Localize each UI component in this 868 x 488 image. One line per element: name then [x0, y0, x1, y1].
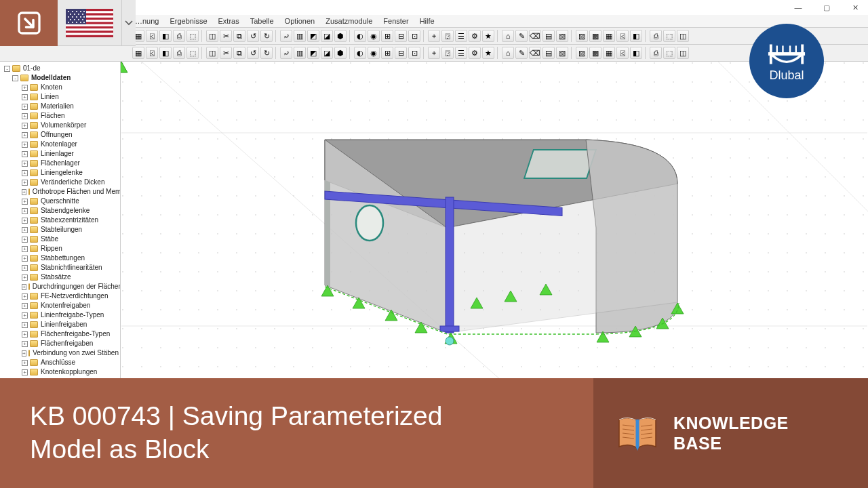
toolbar-button[interactable]: ◩ [307, 30, 319, 42]
toolbar-button[interactable]: ⬚ [663, 47, 675, 59]
tree-item[interactable]: Stabexzentrizitäten [41, 216, 98, 225]
toolbar-button[interactable]: ⍰ [441, 47, 454, 59]
tree-item[interactable]: Volumenkörper [41, 121, 86, 130]
toolbar-button[interactable]: ◧ [159, 47, 172, 59]
tree-item[interactable]: Orthotrope Flächen und Membr… [33, 187, 121, 197]
menu-item[interactable]: Fenster [380, 16, 411, 26]
toolbar-button[interactable]: ↻ [260, 30, 273, 42]
menu-item[interactable]: Zusatzmodule [323, 16, 375, 26]
toolbar-button[interactable]: ◐ [354, 30, 366, 42]
window-close-button[interactable]: ✕ [845, 1, 865, 14]
navigator-tree[interactable]: -01-de -Modelldaten +Knoten+Linien+Mater… [0, 62, 121, 380]
toolbar-button[interactable]: ★ [482, 30, 494, 42]
toolbar-button[interactable]: ▦ [132, 47, 144, 59]
tree-root[interactable]: 01-de [23, 64, 41, 73]
toolbar-button[interactable]: ⌫ [529, 47, 541, 59]
tree-item[interactable]: Liniengelenke [41, 168, 83, 178]
tree-item[interactable]: Knotenfreigaben [41, 301, 90, 310]
toolbar-button[interactable]: ⍰ [441, 30, 454, 42]
toolbar-button[interactable]: ⚙ [469, 47, 481, 59]
tree-item[interactable]: Veränderliche Dicken [41, 178, 105, 187]
toolbar-button[interactable]: ▥ [294, 47, 306, 59]
toolbar-button[interactable]: ◉ [368, 47, 380, 59]
toolbar-button[interactable]: ◪ [321, 30, 333, 42]
menu-item[interactable]: …nung [132, 16, 161, 26]
toolbar-button[interactable]: ▧ [556, 47, 568, 59]
toolbar-button[interactable]: ◧ [159, 30, 172, 42]
tree-item[interactable]: Linien [41, 92, 59, 102]
tree-item[interactable]: Querschnitte [41, 197, 79, 206]
toolbar-button[interactable]: ⊟ [395, 30, 407, 42]
toolbar-button[interactable]: ⍃ [146, 47, 158, 59]
toolbar-button[interactable]: ▦ [603, 30, 615, 42]
toolbar-button[interactable]: ⍃ [616, 30, 629, 42]
toolbar-button[interactable]: ⌫ [529, 30, 541, 42]
toolbar-button[interactable]: ⎙ [650, 47, 662, 59]
toolbar-button[interactable]: ◫ [677, 30, 689, 42]
tree-item[interactable]: Flächen [41, 111, 65, 121]
toolbar-button[interactable]: ◫ [677, 47, 689, 59]
tree-item[interactable]: Knoten [41, 83, 62, 92]
toolbar-button[interactable]: ⤾ [280, 47, 292, 59]
toolbar-button[interactable]: ◉ [368, 30, 380, 42]
toolbar-button[interactable]: ▥ [294, 30, 306, 42]
tree-item[interactable]: Rippen [41, 244, 62, 253]
toolbar-button[interactable]: ⌖ [428, 30, 440, 42]
toolbar-button[interactable]: ↻ [260, 47, 273, 59]
toolbar-button[interactable]: ⚙ [469, 30, 481, 42]
tree-item[interactable]: Flächenfreigaben [41, 339, 93, 348]
toolbar-button[interactable]: ⊟ [395, 47, 407, 59]
tree-item[interactable]: Linienfreigaben [41, 320, 87, 329]
tree-item[interactable]: Stabnichtlinearitäten [41, 263, 102, 272]
toolbar-button[interactable]: ⬚ [663, 30, 675, 42]
toolbar-button[interactable]: ⊞ [381, 47, 393, 59]
toolbar-button[interactable]: ⤾ [280, 30, 292, 42]
toolbar-button[interactable]: ◧ [630, 47, 642, 59]
window-minimize-button[interactable]: — [788, 1, 808, 14]
toolbar-button[interactable]: ⌖ [428, 47, 440, 59]
toolbar-button[interactable]: ▩ [589, 47, 601, 59]
toolbar-button[interactable]: ⧉ [233, 30, 245, 42]
tree-item[interactable]: Materialien [41, 102, 74, 111]
toolbar-button[interactable]: ◧ [630, 30, 642, 42]
tree-item[interactable]: Stäbe [41, 235, 58, 244]
toolbar-button[interactable]: ▨ [576, 30, 588, 42]
language-selector[interactable] [0, 0, 136, 46]
tree-item[interactable]: Linienfreigabe-Typen [41, 310, 104, 320]
toolbar-button[interactable]: ☰ [455, 47, 467, 59]
toolbar-button[interactable]: ▧ [556, 30, 568, 42]
tree-item[interactable]: Stabsätze [41, 272, 71, 282]
tree-item[interactable]: Stabteilungen [41, 225, 82, 235]
toolbar-button[interactable]: ★ [482, 47, 494, 59]
tree-item[interactable]: Öffnungen [41, 130, 73, 140]
menu-item[interactable]: Tabelle [248, 16, 277, 26]
toolbar-button[interactable]: ⎙ [173, 30, 185, 42]
tree-item[interactable]: Flächenlager [41, 159, 80, 168]
toolbar-button[interactable]: ⊡ [408, 47, 420, 59]
3d-viewport[interactable] [121, 62, 868, 380]
toolbar-button[interactable]: ▦ [603, 47, 615, 59]
toolbar-button[interactable]: ▨ [576, 47, 588, 59]
tree-item[interactable]: Stabbettungen [41, 253, 85, 263]
tree-item[interactable]: Durchdringungen der Flächen [33, 282, 121, 291]
toolbar-button[interactable]: ◫ [206, 47, 218, 59]
toolbar-button[interactable]: ⎙ [173, 47, 185, 59]
toolbar-button[interactable]: ◫ [206, 30, 218, 42]
toolbar-button[interactable]: ⊡ [408, 30, 420, 42]
toolbar-button[interactable]: ◩ [307, 47, 319, 59]
toolbar-button[interactable]: ⬢ [334, 30, 347, 42]
toolbar-button[interactable]: ⬚ [186, 47, 199, 59]
menu-item[interactable]: Hilfe [417, 16, 437, 26]
toolbar-button[interactable]: ⬢ [334, 47, 347, 59]
toolbar-button[interactable]: ⊞ [381, 30, 393, 42]
tree-item[interactable]: Verbindung von zwei Stäben [33, 348, 119, 358]
toolbar-button[interactable]: ◐ [354, 47, 366, 59]
toolbar-button[interactable]: ⎙ [650, 30, 662, 42]
tree-item[interactable]: FE-Netzverdichtungen [41, 291, 108, 301]
toolbar-button[interactable]: ▤ [542, 47, 555, 59]
menu-item[interactable]: Ergebnisse [167, 16, 210, 26]
tree-item[interactable]: Knotenkopplungen [41, 367, 97, 377]
toolbar-button[interactable]: ⬚ [186, 30, 199, 42]
menu-item[interactable]: Optionen [282, 16, 318, 26]
toolbar-button[interactable]: ⌂ [502, 30, 514, 42]
